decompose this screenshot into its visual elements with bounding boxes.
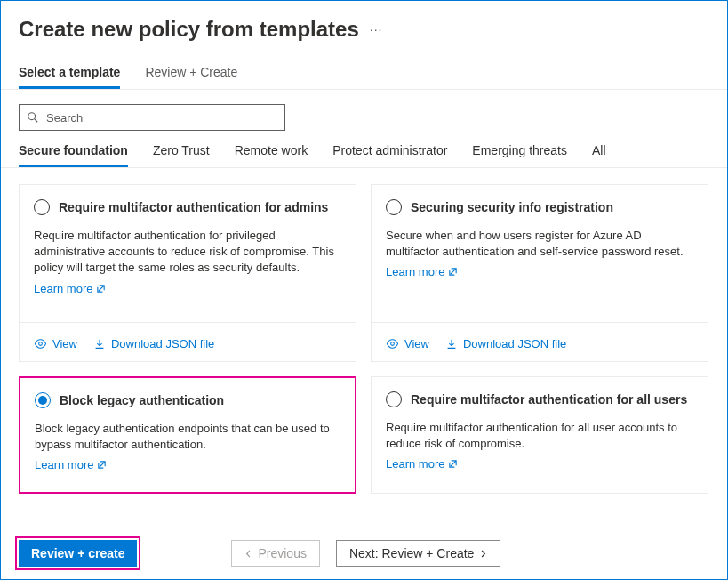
review-create-button[interactable]: Review + create <box>19 540 137 567</box>
card-description: Require multifactor authentication for a… <box>386 420 693 452</box>
external-link-icon <box>448 459 458 469</box>
external-link-icon <box>97 460 107 470</box>
chevron-left-icon <box>244 550 252 558</box>
template-card-selected[interactable]: Block legacy authentication Block legacy… <box>19 376 356 494</box>
template-card[interactable]: Require multifactor authentication for a… <box>19 184 356 362</box>
eye-icon <box>386 337 399 350</box>
tab-protect-administrator[interactable]: Protect administrator <box>332 143 447 167</box>
view-button[interactable]: View <box>386 337 429 350</box>
tab-emerging-threats[interactable]: Emerging threats <box>472 143 567 167</box>
category-tabs: Secure foundation Zero Trust Remote work… <box>1 131 727 168</box>
download-button[interactable]: Download JSON file <box>445 337 566 350</box>
card-title: Block legacy authentication <box>60 393 224 407</box>
tab-all[interactable]: All <box>592 143 606 167</box>
card-description: Block legacy authentication endpoints th… <box>35 421 340 453</box>
learn-more-link[interactable]: Learn more <box>386 457 693 471</box>
download-icon <box>93 338 106 350</box>
search-icon <box>27 111 39 124</box>
svg-line-1 <box>35 119 38 123</box>
card-title: Securing security info registration <box>411 200 613 214</box>
tab-secure-foundation[interactable]: Secure foundation <box>19 143 128 167</box>
radio-checked-icon[interactable] <box>35 392 51 408</box>
view-button[interactable]: View <box>34 337 77 350</box>
svg-point-0 <box>28 113 36 120</box>
wizard-footer: Review + create Previous Next: Review + … <box>1 531 727 579</box>
card-title: Require multifactor authentication for a… <box>59 200 328 214</box>
search-box[interactable] <box>19 104 285 131</box>
tab-zero-trust[interactable]: Zero Trust <box>153 143 210 167</box>
wizard-steps: Select a template Review + Create <box>1 45 727 90</box>
step-label: Review + Create <box>145 65 237 79</box>
template-grid: Require multifactor authentication for a… <box>1 168 727 494</box>
tab-remote-work[interactable]: Remote work <box>235 143 308 167</box>
radio-unchecked-icon[interactable] <box>386 199 402 215</box>
search-input[interactable] <box>46 111 277 125</box>
next-button[interactable]: Next: Review + Create <box>336 540 500 567</box>
learn-more-link[interactable]: Learn more <box>386 265 693 278</box>
step-select-template[interactable]: Select a template <box>19 65 120 89</box>
learn-more-link[interactable]: Learn more <box>34 282 341 295</box>
step-label: Select a template <box>19 65 120 79</box>
card-title: Require multifactor authentication for a… <box>411 392 687 407</box>
step-review-create[interactable]: Review + Create <box>145 65 237 89</box>
template-card[interactable]: Require multifactor authentication for a… <box>371 376 708 494</box>
radio-unchecked-icon[interactable] <box>386 391 402 407</box>
template-card[interactable]: Securing security info registration Secu… <box>371 184 708 362</box>
external-link-icon <box>96 284 106 294</box>
card-description: Require multifactor authentication for p… <box>34 228 341 277</box>
download-button[interactable]: Download JSON file <box>93 337 214 350</box>
more-icon[interactable]: ··· <box>370 22 383 36</box>
external-link-icon <box>448 267 458 277</box>
page-title: Create new policy from templates <box>19 17 359 42</box>
previous-button: Previous <box>231 540 319 567</box>
download-icon <box>445 338 458 350</box>
radio-unchecked-icon[interactable] <box>34 199 50 215</box>
chevron-right-icon <box>479 550 487 558</box>
eye-icon <box>34 337 47 350</box>
card-description: Secure when and how users register for A… <box>386 228 693 260</box>
learn-more-link[interactable]: Learn more <box>35 458 340 471</box>
